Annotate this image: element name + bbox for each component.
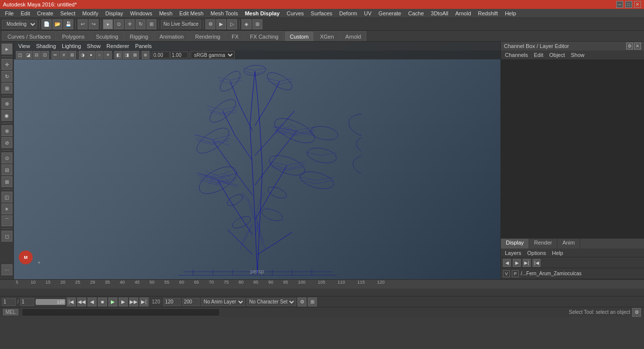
menu-edit[interactable]: Edit — [18, 9, 33, 18]
tab-animation[interactable]: Animation — [154, 31, 189, 41]
tab-curves-surfaces[interactable]: Curves / Surfaces — [2, 31, 56, 41]
tab-rigging[interactable]: Rigging — [124, 31, 153, 41]
status-extra-button[interactable]: ⚙ — [632, 308, 641, 317]
menu-cache[interactable]: Cache — [405, 9, 427, 18]
timeline-ruler[interactable]: 5 10 15 20 25 29 35 40 45 50 55 60 65 70… — [0, 280, 644, 289]
maximize-button[interactable]: □ — [625, 1, 632, 8]
vp-ao-btn[interactable]: ◨ — [123, 51, 131, 59]
menu-edit-mesh[interactable]: Edit Mesh — [176, 9, 206, 18]
menu-arnold[interactable]: Arnold — [452, 9, 474, 18]
anim-settings-button[interactable]: ⚙ — [297, 298, 306, 306]
select-tool-button[interactable]: ▸ — [103, 19, 113, 29]
rotate-tool-lt[interactable]: ↻ — [1, 71, 12, 82]
menu-redshift[interactable]: Redshift — [475, 9, 501, 18]
scale-tool-button[interactable]: ⊞ — [147, 19, 156, 29]
menu-mesh-tools[interactable]: Mesh Tools — [207, 9, 241, 18]
rp-tab-anim[interactable]: Anim — [557, 239, 580, 249]
curve-lt[interactable]: ⌒ — [1, 215, 12, 226]
select-tool-lt[interactable]: ▸ — [1, 44, 12, 54]
tab-polygons[interactable]: Polygons — [56, 31, 90, 41]
scale-tool-lt[interactable]: ⊞ — [1, 83, 12, 94]
new-file-button[interactable]: 📄 — [42, 19, 51, 29]
tab-custom[interactable]: Custom — [285, 31, 314, 41]
rp-tab-render[interactable]: Render — [529, 239, 557, 249]
vp-paint-btn[interactable]: ✏ — [51, 51, 59, 59]
universal-manip-lt[interactable]: ⊕ — [1, 98, 12, 109]
paint-select-lt[interactable]: ⊘ — [1, 137, 12, 148]
next-key-button[interactable]: ▶ — [119, 298, 128, 306]
prev-frame-button[interactable]: ◀◀ — [77, 298, 86, 306]
mode-select[interactable]: Modeling — [2, 20, 37, 29]
next-frame-button[interactable]: ▶▶ — [129, 298, 138, 306]
vp-film-btn[interactable]: ◪ — [24, 51, 32, 59]
tab-rendering[interactable]: Rendering — [190, 31, 226, 41]
rp-tab-display[interactable]: Display — [501, 239, 529, 249]
vp-shade3-btn[interactable]: ○ — [96, 51, 103, 59]
menu-create[interactable]: Create — [34, 9, 56, 18]
range-end-field[interactable] — [163, 298, 181, 306]
vp-multi-btn[interactable]: ⊠ — [131, 51, 139, 59]
layer-visible-toggle[interactable]: V — [503, 270, 510, 277]
render-settings-button[interactable]: ⚙ — [205, 19, 215, 29]
rp-edit-menu[interactable]: Edit — [532, 52, 545, 58]
save-file-button[interactable]: 💾 — [63, 19, 73, 29]
current-frame-field[interactable] — [2, 298, 16, 306]
menu-windows[interactable]: Windows — [127, 9, 155, 18]
vp-cam-btn[interactable]: ◫ — [16, 51, 24, 59]
play-forward-button[interactable]: ▶ — [108, 298, 117, 306]
vp-lock-btn[interactable]: ⊟ — [33, 51, 41, 59]
snap2-lt[interactable]: ⊟ — [1, 164, 12, 175]
prev-key-button[interactable]: ◀ — [88, 298, 97, 306]
move-tool-button[interactable]: ✛ — [125, 19, 135, 29]
vp-menu-show[interactable]: Show — [85, 42, 103, 50]
vp-menu-view[interactable]: View — [16, 42, 33, 50]
menu-deform[interactable]: Deform — [336, 9, 360, 18]
move-tool-lt[interactable]: ✛ — [1, 59, 12, 70]
anim-extra-button[interactable]: ⊞ — [308, 298, 317, 306]
vp-shade1-btn[interactable]: ◑ — [79, 51, 87, 59]
layer-playback-toggle[interactable]: P — [512, 270, 519, 277]
menu-select[interactable]: Select — [57, 9, 79, 18]
lasso-tool-button[interactable]: ⊙ — [114, 19, 124, 29]
tab-xgen[interactable]: XGen — [314, 31, 339, 41]
display-options-button[interactable]: ◈ — [242, 19, 251, 29]
tab-sculpting[interactable]: Sculpting — [91, 31, 124, 41]
frame-range-bar[interactable]: 120 — [36, 299, 65, 305]
menu-modify[interactable]: Modify — [79, 9, 101, 18]
vp-xray-btn[interactable]: ⊗ — [142, 51, 149, 59]
render-button[interactable]: ▶ — [216, 19, 226, 29]
vp-shadow-btn[interactable]: ◧ — [114, 51, 122, 59]
menu-file[interactable]: File — [2, 9, 17, 18]
open-file-button[interactable]: 📂 — [52, 19, 62, 29]
menu-mesh[interactable]: Mesh — [156, 9, 175, 18]
tab-arnold[interactable]: Arnold — [340, 31, 367, 41]
anim-layer-select[interactable]: No Anim Layer — [201, 298, 245, 306]
close-button[interactable]: ✕ — [634, 1, 641, 8]
play-start-button[interactable]: |◀ — [67, 298, 76, 306]
vp-fit-btn[interactable]: ⊡ — [41, 51, 49, 59]
playback-end-field[interactable] — [182, 298, 199, 306]
minimize-button[interactable]: ─ — [616, 1, 623, 8]
show-lt[interactable]: ◻ — [1, 231, 12, 242]
rp-channels-menu[interactable]: Channels — [503, 52, 530, 58]
undo-button[interactable]: ↩ — [78, 19, 88, 29]
menu-surfaces[interactable]: Surfaces — [308, 9, 335, 18]
viewport[interactable]: View Shading Lighting Show Renderer Pane… — [14, 42, 500, 279]
rp-show-menu[interactable]: Show — [569, 52, 587, 58]
menu-mesh-display[interactable]: Mesh Display — [242, 9, 283, 18]
light-lt[interactable]: ☀ — [1, 203, 12, 214]
mel-label[interactable]: MEL — [3, 309, 18, 315]
vp-shade2-btn[interactable]: ● — [87, 51, 95, 59]
range-start-field[interactable] — [20, 298, 34, 306]
menu-help[interactable]: Help — [502, 9, 519, 18]
layer-nav-end-button[interactable]: ▶| — [523, 259, 531, 267]
menu-curves[interactable]: Curves — [284, 9, 307, 18]
vp-menu-panels[interactable]: Panels — [133, 42, 154, 50]
vp-grid-btn[interactable]: # — [60, 51, 68, 59]
layer-nav-next-button[interactable]: ▶ — [513, 259, 521, 267]
ipr-button[interactable]: ▷ — [227, 19, 237, 29]
vp-wire-btn[interactable]: ⊞ — [68, 51, 76, 59]
play-end-button[interactable]: ▶| — [140, 298, 149, 306]
menu-3dtoall[interactable]: 3DtoAll — [428, 9, 451, 18]
snap3-lt[interactable]: ⊞ — [1, 176, 12, 187]
